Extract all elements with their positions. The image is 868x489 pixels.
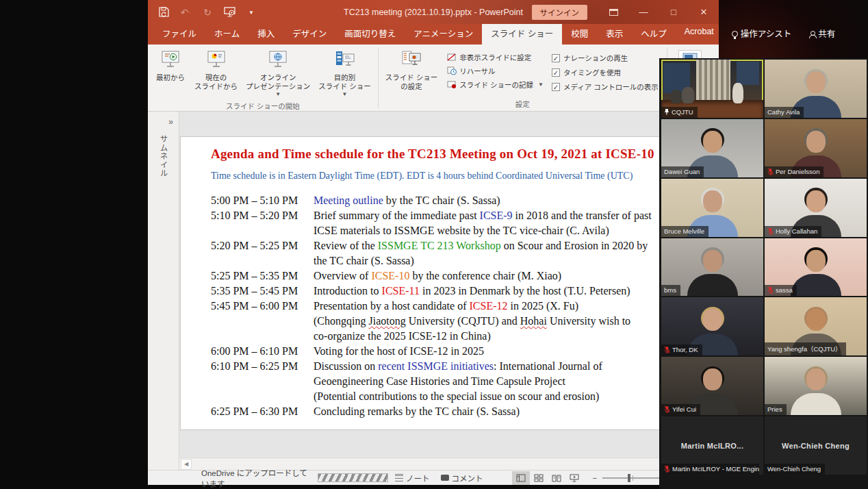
participant-name-label: Dawei Guan: [661, 166, 704, 177]
agenda-time: [211, 314, 314, 329]
setup-slideshow-button[interactable]: スライド ショー の設定: [381, 47, 442, 92]
participant-tile[interactable]: Cathy Avila: [765, 60, 867, 118]
participant-tile[interactable]: Per Danielsson: [765, 119, 867, 177]
zoom-out-button[interactable]: −: [593, 474, 598, 482]
agenda-row: co-organize the 2025 ICSE-12 in China): [211, 329, 719, 344]
redo-icon[interactable]: ↻: [201, 6, 214, 18]
agenda-time: 5:35 PM – 5:45 PM: [211, 284, 314, 299]
participant-name-label: Bruce Melville: [661, 226, 709, 237]
participant-tile[interactable]: bms: [661, 238, 763, 297]
agenda-text: Voting for the host of ICSE-12 in 2025: [314, 344, 484, 359]
muted-mic-icon: [767, 227, 774, 235]
tab-スライド-ショー[interactable]: スライド ショー: [482, 23, 562, 45]
tab-画面切り替え[interactable]: 画面切り替え: [335, 23, 405, 45]
person-silhouette: [671, 90, 682, 103]
participant-tile[interactable]: Wen-Chieh ChengWen-Chieh Cheng: [765, 416, 867, 475]
muted-mic-icon: [767, 168, 774, 175]
agenda-text: Discussion on recent ISSMGE initiatives:…: [314, 359, 602, 374]
agenda-text: Review of the ISSMGE TC 213 Workshop on …: [314, 238, 648, 253]
tell-me-tab[interactable]: 操作アシスト: [723, 23, 801, 45]
checkbox-ナレーションの再生[interactable]: ✓ナレーションの再生: [552, 53, 659, 63]
agenda-row: 5:35 PM – 5:45 PMIntroduction to ICSE-11…: [211, 284, 719, 299]
upload-progress-indicator: [318, 473, 388, 482]
share-tab[interactable]: 共有: [800, 23, 844, 45]
slide-canvas[interactable]: Agenda and Time schedule for the TC213 M…: [181, 137, 719, 429]
agenda-time: 6:10 PM – 6:25 PM: [211, 359, 314, 374]
agenda-row: 5:10 PM – 5:20 PMBrief summary of the im…: [211, 208, 719, 223]
participant-tile[interactable]: CQJTU: [661, 60, 763, 118]
upload-status-text: OneDrive にアップロードしています: [201, 467, 315, 489]
comments-button[interactable]: コメント: [441, 473, 483, 484]
participant-tile[interactable]: Yang shengfa（CQJTU）: [765, 297, 867, 355]
tab-アニメーション[interactable]: アニメーション: [405, 23, 482, 45]
ribbon-button-slideshow-from-current[interactable]: 現在の スライドから: [190, 47, 242, 92]
rehearse-timings-icon: [447, 66, 457, 75]
start-slideshow-group: 最初から現在の スライドからオンライン プレゼンテーション▼目的別 スライド シ…: [148, 45, 378, 111]
maximize-button[interactable]: □: [659, 0, 689, 24]
slide-sorter-view-button[interactable]: [530, 471, 548, 485]
zoom-slider-thumb[interactable]: [628, 474, 630, 482]
participant-tile[interactable]: Holly Callahan: [765, 179, 867, 237]
notes-button[interactable]: ノート: [395, 473, 430, 484]
tab-Acrobat[interactable]: Acrobat: [676, 23, 723, 45]
agenda-time: [211, 329, 314, 344]
agenda-list: 5:00 PM – 5:10 PMMeeting outline by the …: [211, 193, 719, 419]
participant-tile[interactable]: Yifei Cui: [661, 357, 763, 415]
ribbon-button-record-slideshow[interactable]: スライド ショーの記録▼: [447, 79, 544, 90]
start-slideshow-buttons: 最初から現在の スライドからオンライン プレゼンテーション▼目的別 スライド シ…: [151, 47, 375, 99]
participant-name-label: Wen-Chieh Cheng: [765, 464, 825, 475]
checkbox-icon[interactable]: ✓: [552, 54, 560, 62]
checkbox-メディア コントロールの表示[interactable]: ✓メディア コントロールの表示: [552, 82, 659, 92]
ribbon: 最初から現在の スライドからオンライン プレゼンテーション▼目的別 スライド シ…: [148, 45, 719, 112]
normal-view-button[interactable]: [512, 471, 530, 485]
ribbon-button-slideshow-from-beginning[interactable]: 最初から: [151, 47, 190, 84]
save-icon[interactable]: [157, 6, 170, 18]
checkbox-タイミングを使用[interactable]: ✓タイミングを使用: [552, 67, 659, 77]
checkbox-icon[interactable]: ✓: [552, 68, 560, 77]
agenda-text: (Chongqing Jiaotong University (CQJTU) a…: [314, 314, 630, 329]
ribbon-button-hide-slide[interactable]: 非表示スライドに設定: [447, 52, 544, 62]
agenda-row: (Potential contributions to the special …: [211, 389, 719, 404]
minimize-button[interactable]: —: [628, 0, 659, 24]
agenda-text: Brief summary of the immediate past ICSE…: [314, 208, 652, 223]
lightbulb-icon: [732, 31, 738, 37]
setup-slideshow-icon: [401, 50, 422, 71]
participant-tile[interactable]: Thor, DK: [661, 297, 763, 355]
zoom-slider[interactable]: [602, 477, 663, 479]
slideshow-view-button[interactable]: [565, 471, 583, 485]
tab-ファイル[interactable]: ファイル: [153, 23, 205, 45]
thumbnail-pane-collapsed[interactable]: » サムネイル: [148, 112, 179, 470]
participant-tile[interactable]: Bruce Melville: [661, 179, 763, 237]
status-bar: OneDrive にアップロードしています ノート コメント − + 56%: [148, 470, 719, 485]
tab-デザイン[interactable]: デザイン: [283, 23, 335, 45]
participant-tile[interactable]: Dawei Guan: [661, 119, 763, 177]
ribbon-button-rehearse-timings[interactable]: リハーサル: [447, 66, 544, 76]
reading-view-button[interactable]: [548, 471, 565, 485]
agenda-row: ICSE materials to ISSMGE website by the …: [211, 223, 719, 238]
participant-tile[interactable]: sassa: [765, 238, 867, 297]
agenda-row: Geoengineering Case Histories and Time C…: [211, 374, 719, 389]
ribbon-button-custom-slideshow[interactable]: 目的別 スライド ショー▼: [314, 47, 374, 99]
agenda-text: co-organize the 2025 ICSE-12 in China): [314, 329, 491, 344]
ribbon-button-online-presentation[interactable]: オンライン プレゼンテーション▼: [242, 47, 314, 99]
horizontal-scrollbar[interactable]: ◀: [179, 457, 719, 470]
tab-校閲[interactable]: 校閲: [562, 23, 597, 45]
agenda-text: Geoengineering Case Histories and Time C…: [314, 374, 565, 389]
signin-button[interactable]: サインイン: [532, 5, 588, 20]
agenda-row: (Chongqing Jiaotong University (CQJTU) a…: [211, 314, 719, 329]
undo-icon[interactable]: ↶·: [179, 6, 192, 18]
start-slideshow-icon[interactable]: [223, 6, 235, 18]
close-button[interactable]: ✕: [689, 0, 719, 24]
expand-pane-icon[interactable]: »: [168, 117, 173, 127]
tab-挿入[interactable]: 挿入: [248, 23, 283, 45]
agenda-text: the TC chair (S. Sassa): [314, 253, 414, 268]
tab-ヘルプ[interactable]: ヘルプ: [632, 23, 676, 45]
participant-tile[interactable]: Martin McILRO...Martin McILROY - MGE Eng…: [661, 416, 763, 475]
ribbon-display-options-button[interactable]: [598, 0, 628, 24]
checkbox-icon[interactable]: ✓: [552, 83, 560, 91]
tab-表示[interactable]: 表示: [597, 23, 632, 45]
participant-tile[interactable]: Pries: [765, 357, 867, 415]
customize-qat-icon[interactable]: ▾: [245, 6, 257, 18]
scroll-left-icon[interactable]: ◀: [181, 459, 192, 470]
tab-ホーム[interactable]: ホーム: [205, 23, 248, 45]
